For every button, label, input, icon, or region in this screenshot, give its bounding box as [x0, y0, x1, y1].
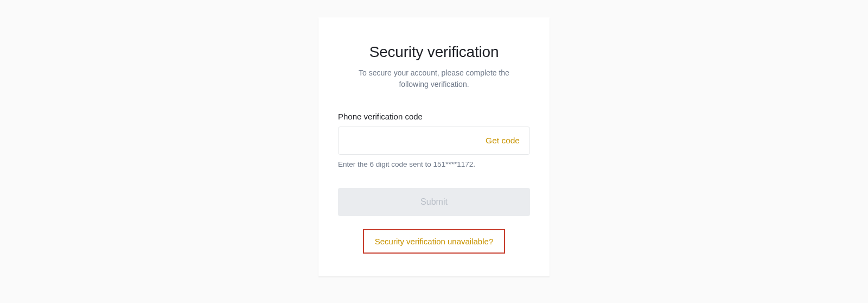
submit-button[interactable]: Submit	[338, 188, 530, 216]
phone-code-input[interactable]	[339, 127, 476, 154]
phone-code-helper: Enter the 6 digit code sent to 151****11…	[338, 160, 530, 168]
get-code-button[interactable]: Get code	[476, 127, 529, 154]
unavailable-link-wrapper: Security verification unavailable?	[338, 229, 530, 254]
page-subtitle: To secure your account, please complete …	[338, 67, 530, 90]
security-unavailable-link[interactable]: Security verification unavailable?	[363, 229, 505, 254]
phone-code-input-wrapper: Get code	[338, 127, 530, 155]
phone-code-label: Phone verification code	[338, 112, 530, 121]
verification-card: Security verification To secure your acc…	[318, 17, 550, 276]
page-title: Security verification	[338, 43, 530, 61]
